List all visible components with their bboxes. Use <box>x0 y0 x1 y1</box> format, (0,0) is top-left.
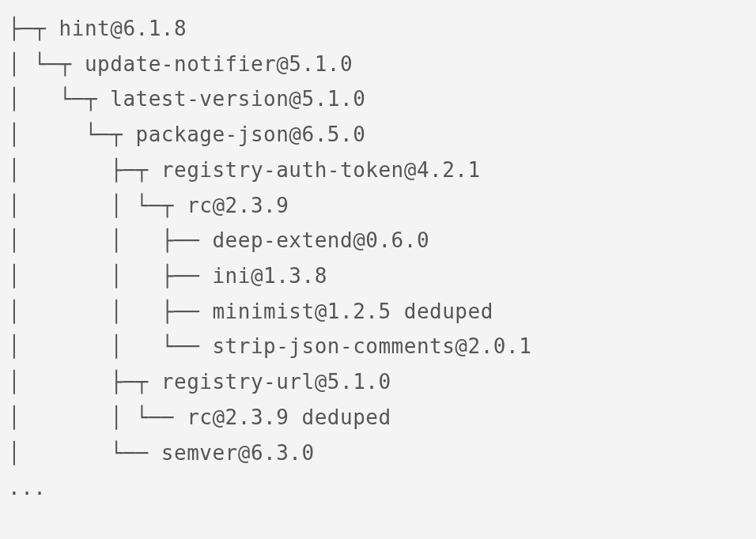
tree-line: │ │ ├── minimist@1.2.5 deduped <box>8 300 493 323</box>
tree-line: │ ├─┬ registry-url@5.1.0 <box>8 370 391 394</box>
tree-line: │ └─┬ latest-version@5.1.0 <box>8 87 365 111</box>
tree-line: ├─┬ hint@6.1.8 <box>8 17 187 40</box>
tree-line: │ │ └── rc@2.3.9 deduped <box>8 405 391 429</box>
tree-line: │ └── semver@6.3.0 <box>8 441 315 465</box>
tree-ellipsis: ... <box>8 476 46 499</box>
tree-line: │ └─┬ update-notifier@5.1.0 <box>8 52 353 76</box>
tree-line: │ │ ├── deep-extend@0.6.0 <box>8 228 429 252</box>
tree-line: │ │ └─┬ rc@2.3.9 <box>8 194 289 217</box>
tree-line: │ ├─┬ registry-auth-token@4.2.1 <box>8 158 481 182</box>
tree-line: │ └─┬ package-json@6.5.0 <box>8 122 365 146</box>
dependency-tree: ├─┬ hint@6.1.8 │ └─┬ update-notifier@5.1… <box>0 0 756 517</box>
tree-line: │ │ ├── ini@1.3.8 <box>8 264 327 288</box>
tree-line: │ │ └── strip-json-comments@2.0.1 <box>8 334 531 358</box>
